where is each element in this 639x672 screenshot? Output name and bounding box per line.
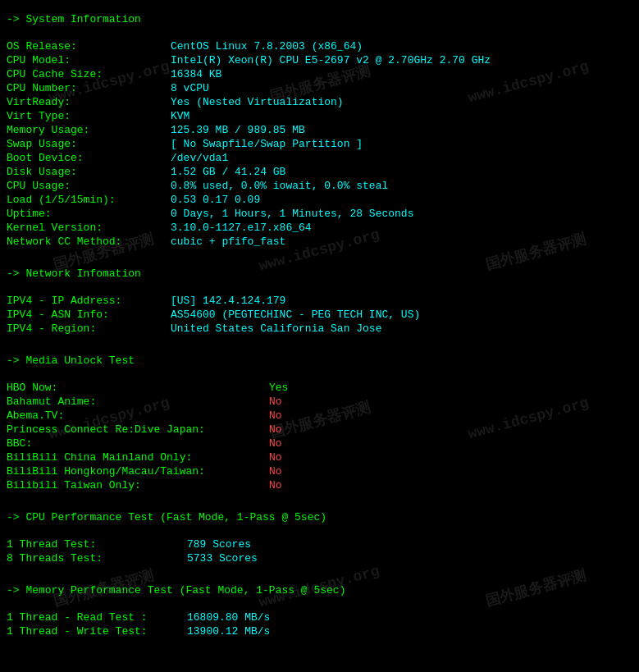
mem-field-row: 1 Thread - Read Test :16809.80 MB/s xyxy=(7,611,632,624)
media-field-value: No xyxy=(269,465,282,478)
system-field-value: 0 Days, 1 Hours, 1 Minutes, 28 Seconds xyxy=(171,208,413,220)
system-field-value: 16384 KB xyxy=(171,68,221,80)
system-field-label: CPU Usage: xyxy=(7,180,171,192)
media-field-label: Bahamut Anime: xyxy=(7,395,269,408)
media-field-label: Bilibili Taiwan Only: xyxy=(7,479,269,491)
system-field-row: CPU Usage:0.8% used, 0.0% iowait, 0.0% s… xyxy=(7,180,632,192)
system-field-label: CPU Number: xyxy=(7,82,171,94)
media-unlock-header: -> Media Unlock Test xyxy=(7,354,632,367)
system-field-row: Virt Type:KVM xyxy=(7,110,632,122)
system-field-label: Uptime: xyxy=(7,208,171,220)
system-field-label: CPU Cache Size: xyxy=(7,68,171,80)
system-field-row: VirtReady:Yes (Nested Virtualization) xyxy=(7,96,632,108)
system-field-label: VirtReady: xyxy=(7,96,171,108)
media-field-value: No xyxy=(269,409,282,422)
media-field-label: Princess Connect Re:Dive Japan: xyxy=(7,423,269,436)
cpu-perf-fields: 1 Thread Test:789 Scores8 Threads Test:5… xyxy=(7,538,632,565)
mem-field-value: 13900.12 MB/s xyxy=(187,625,270,638)
system-info-header: -> System Information xyxy=(7,13,632,25)
network-field-label: IPV4 - IP Address: xyxy=(7,295,171,307)
system-field-value: 0.53 0.17 0.09 xyxy=(171,194,260,206)
network-field-row: IPV4 - Region:United States California S… xyxy=(7,322,632,335)
network-info-header: -> Network Infomation xyxy=(7,267,632,280)
system-field-label: Kernel Version: xyxy=(7,222,171,234)
system-field-row: OS Release:CentOS Linux 7.8.2003 (x86_64… xyxy=(7,40,632,53)
media-field-row: Bahamut Anime:No xyxy=(7,395,632,408)
system-field-row: Swap Usage:[ No Swapfile/Swap Partition … xyxy=(7,138,632,150)
system-field-label: Disk Usage: xyxy=(7,166,171,178)
system-field-value: 1.52 GB / 41.24 GB xyxy=(171,166,285,178)
media-field-value: Yes xyxy=(269,382,288,394)
network-field-value: United States California San Jose xyxy=(171,322,381,335)
system-field-row: CPU Cache Size:16384 KB xyxy=(7,68,632,80)
system-field-label: CPU Model: xyxy=(7,54,171,66)
main-content: -> System Information OS Release:CentOS … xyxy=(7,13,632,638)
system-field-value: 125.39 MB / 989.85 MB xyxy=(171,124,305,136)
media-field-row: HBO Now:Yes xyxy=(7,382,632,394)
network-field-row: IPV4 - IP Address:[US] 142.4.124.179 xyxy=(7,295,632,307)
media-field-label: HBO Now: xyxy=(7,382,269,394)
system-field-value: Intel(R) Xeon(R) CPU E5-2697 v2 @ 2.70GH… xyxy=(171,54,491,66)
system-field-row: Network CC Method:cubic + pfifo_fast xyxy=(7,235,632,248)
mem-field-row: 1 Thread - Write Test:13900.12 MB/s xyxy=(7,625,632,638)
system-field-row: Load (1/5/15min):0.53 0.17 0.09 xyxy=(7,194,632,206)
media-field-row: BiliBili Hongkong/Macau/Taiwan:No xyxy=(7,465,632,478)
network-field-row: IPV4 - ASN Info:AS54600 (PEGTECHINC - PE… xyxy=(7,309,632,321)
media-field-row: BiliBili China Mainland Only:No xyxy=(7,451,632,464)
network-field-value: [US] 142.4.124.179 xyxy=(171,295,285,307)
system-field-row: CPU Number:8 vCPU xyxy=(7,82,632,94)
system-field-label: Virt Type: xyxy=(7,110,171,122)
system-field-row: Disk Usage:1.52 GB / 41.24 GB xyxy=(7,166,632,178)
cpu-field-row: 1 Thread Test:789 Scores xyxy=(7,538,632,551)
media-field-row: BBC:No xyxy=(7,437,632,450)
system-field-value: 8 vCPU xyxy=(171,82,209,94)
network-fields: IPV4 - IP Address:[US] 142.4.124.179IPV4… xyxy=(7,295,632,335)
system-field-label: Memory Usage: xyxy=(7,124,171,136)
media-field-label: BBC: xyxy=(7,437,269,450)
mem-field-label: 1 Thread - Read Test : xyxy=(7,611,187,624)
system-field-label: Network CC Method: xyxy=(7,235,171,248)
system-field-row: Memory Usage:125.39 MB / 989.85 MB xyxy=(7,124,632,136)
media-fields: HBO Now:YesBahamut Anime:NoAbema.TV:NoPr… xyxy=(7,382,632,491)
cpu-field-label: 1 Thread Test: xyxy=(7,538,187,551)
media-field-row: Bilibili Taiwan Only:No xyxy=(7,479,632,491)
system-fields: OS Release:CentOS Linux 7.8.2003 (x86_64… xyxy=(7,40,632,248)
system-field-value: /dev/vda1 xyxy=(171,152,228,164)
media-field-row: Abema.TV:No xyxy=(7,409,632,422)
network-field-label: IPV4 - Region: xyxy=(7,322,171,335)
system-field-label: Boot Device: xyxy=(7,152,171,164)
system-field-label: OS Release: xyxy=(7,40,171,53)
mem-perf-fields: 1 Thread - Read Test :16809.80 MB/s1 Thr… xyxy=(7,611,632,638)
system-field-value: 3.10.0-1127.el7.x86_64 xyxy=(171,222,312,234)
system-field-value: CentOS Linux 7.8.2003 (x86_64) xyxy=(171,40,363,53)
system-field-row: Boot Device:/dev/vda1 xyxy=(7,152,632,164)
media-field-value: No xyxy=(269,423,282,436)
mem-perf-header: -> Memory Performance Test (Fast Mode, 1… xyxy=(7,584,632,597)
mem-field-value: 16809.80 MB/s xyxy=(187,611,270,624)
media-field-value: No xyxy=(269,451,282,464)
network-field-value: AS54600 (PEGTECHINC - PEG TECH INC, US) xyxy=(171,309,420,321)
cpu-field-label: 8 Threads Test: xyxy=(7,552,187,565)
media-field-value: No xyxy=(269,479,282,491)
system-field-value: [ No Swapfile/Swap Partition ] xyxy=(171,138,363,150)
system-field-value: 0.8% used, 0.0% iowait, 0.0% steal xyxy=(171,180,388,192)
system-field-value: KVM xyxy=(171,110,189,122)
system-field-row: CPU Model:Intel(R) Xeon(R) CPU E5-2697 v… xyxy=(7,54,632,66)
media-field-value: No xyxy=(269,437,282,450)
media-field-label: Abema.TV: xyxy=(7,409,269,422)
media-field-label: BiliBili China Mainland Only: xyxy=(7,451,269,464)
system-field-label: Swap Usage: xyxy=(7,138,171,150)
cpu-field-value: 789 Scores xyxy=(187,538,251,551)
system-field-row: Uptime:0 Days, 1 Hours, 1 Minutes, 28 Se… xyxy=(7,208,632,220)
media-field-value: No xyxy=(269,395,282,408)
system-field-value: cubic + pfifo_fast xyxy=(171,235,285,248)
system-field-value: Yes (Nested Virtualization) xyxy=(171,96,344,108)
system-field-label: Load (1/5/15min): xyxy=(7,194,171,206)
cpu-field-row: 8 Threads Test:5733 Scores xyxy=(7,552,632,565)
system-field-row: Kernel Version:3.10.0-1127.el7.x86_64 xyxy=(7,222,632,234)
network-field-label: IPV4 - ASN Info: xyxy=(7,309,171,321)
media-field-row: Princess Connect Re:Dive Japan:No xyxy=(7,423,632,436)
media-field-label: BiliBili Hongkong/Macau/Taiwan: xyxy=(7,465,269,478)
cpu-perf-header: -> CPU Performance Test (Fast Mode, 1-Pa… xyxy=(7,511,632,523)
cpu-field-value: 5733 Scores xyxy=(187,552,258,565)
